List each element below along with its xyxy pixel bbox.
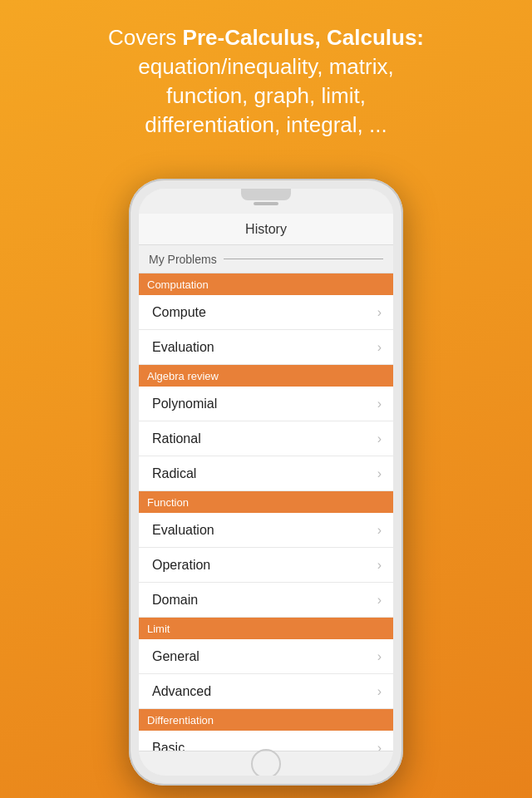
my-problems-bar: My Problems [139,245,393,273]
section-label-algebra: Algebra review [147,370,219,382]
section-label-computation: Computation [147,278,209,291]
section-label-function: Function [147,496,189,509]
nav-title: History [245,222,287,237]
section-header-limit: Limit [139,618,393,639]
screen-content: History My Problems Computation Compute … [139,189,393,776]
chevron-icon-compute: › [377,305,382,320]
menu-item-label-basic: Basic [152,741,185,751]
chevron-icon-operation: › [377,558,382,573]
speaker [254,202,278,205]
header-bold: Pre-Calculus, Calculus: [183,25,424,50]
chevron-icon-polynomial-algebra: › [377,397,382,411]
menu-item-label-general: General [152,649,200,664]
my-problems-line [224,259,383,259]
menu-item-domain[interactable]: Domain › [139,583,393,618]
menu-item-label-radical-algebra: Radical [152,466,196,481]
status-bar [139,189,393,214]
header-text: Covers Pre-Calculus, Calculus: equation/… [0,0,532,156]
menu-item-label-domain: Domain [152,593,198,608]
chevron-icon-evaluation-func: › [377,523,382,538]
chevron-icon-evaluation-comp: › [377,340,382,355]
my-problems-label: My Problems [149,253,217,266]
section-label-differentiation: Differentiation [147,714,214,727]
chevron-icon-advanced: › [377,684,382,699]
phone-inner: History My Problems Computation Compute … [139,189,393,776]
menu-item-evaluation-func[interactable]: Evaluation › [139,513,393,548]
section-header-algebra: Algebra review [139,365,393,387]
content-scroll[interactable]: Computation Compute › Evaluation › Algeb… [139,273,393,751]
chevron-icon-radical-algebra: › [377,466,382,481]
menu-item-rational-algebra[interactable]: Rational › [139,421,393,456]
menu-item-general[interactable]: General › [139,639,393,674]
header-line2: equation/inequality, matrix, [33,52,499,81]
menu-item-label-compute: Compute [152,305,206,320]
menu-item-compute[interactable]: Compute › [139,295,393,330]
menu-item-label-polynomial-algebra: Polynomial [152,397,217,411]
menu-item-label-evaluation-comp: Evaluation [152,340,214,355]
nav-bar: History [139,214,393,245]
menu-item-basic[interactable]: Basic › [139,731,393,751]
menu-item-polynomial-algebra[interactable]: Polynomial › [139,387,393,421]
menu-item-label-evaluation-func: Evaluation [152,523,214,538]
section-header-function: Function [139,491,393,513]
speaker-notch [241,189,291,200]
menu-item-operation[interactable]: Operation › [139,548,393,583]
section-label-limit: Limit [147,623,170,635]
header-line3: function, graph, limit, [33,81,499,111]
menu-item-label-operation: Operation [152,558,210,573]
phone-frame: History My Problems Computation Compute … [129,179,403,786]
section-header-computation: Computation [139,273,393,295]
home-button[interactable] [251,749,281,776]
menu-item-label-advanced: Advanced [152,684,211,699]
menu-item-evaluation-comp[interactable]: Evaluation › [139,330,393,365]
menu-item-label-rational-algebra: Rational [152,431,201,446]
section-header-differentiation: Differentiation [139,709,393,731]
home-indicator-area [139,751,393,776]
menu-item-radical-algebra[interactable]: Radical › [139,456,393,491]
chevron-icon-rational-algebra: › [377,431,382,446]
menu-item-advanced[interactable]: Advanced › [139,674,393,709]
chevron-icon-basic: › [377,741,382,751]
chevron-icon-domain: › [377,593,382,608]
chevron-icon-general: › [377,649,382,664]
header-line4: differentiation, integral, ... [33,111,499,140]
